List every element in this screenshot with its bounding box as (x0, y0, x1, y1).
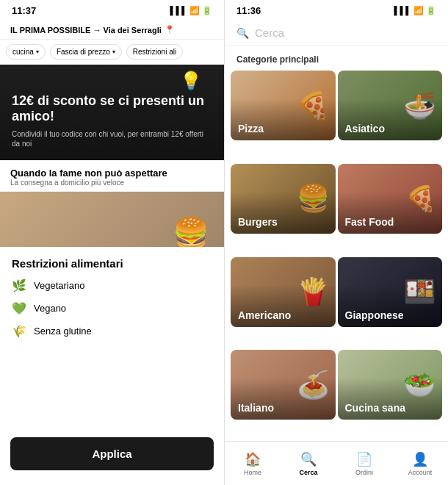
signal-icons-left: ▌▌▌ 📶 🔋 (170, 6, 212, 15)
dietary-label-vegano: Vegano (34, 303, 66, 314)
filter-cucina-label: cucina (12, 48, 34, 56)
category-card-italiano[interactable]: Italiano (231, 350, 336, 420)
category-label-americano: Americano (238, 309, 291, 321)
category-label-burgers: Burgers (238, 216, 278, 228)
filters-bar: cucina ▾ Fascia di prezzo ▾ Restrizioni … (0, 40, 224, 65)
home-icon: 🏠 (245, 451, 261, 467)
nav-item-home[interactable]: 🏠 Home (225, 451, 281, 476)
dietary-item-glutine[interactable]: 🌾 Senza glutine (12, 324, 212, 338)
search-nav-icon: 🔍 (300, 451, 317, 467)
quick-promo-subtitle: La consegna a domicilio più veloce (10, 179, 214, 187)
dietary-title: Restrizioni alimentari (12, 257, 212, 270)
promo-title: 12€ di sconto se ci presenti un amico! (12, 93, 212, 125)
search-input[interactable]: Cerca (255, 26, 284, 39)
category-card-burgers[interactable]: Burgers (231, 164, 336, 234)
signal-icon: ▌▌▌ (170, 6, 187, 15)
chevron-down-icon-2: ▾ (112, 48, 115, 55)
signal-icons-right: ▌▌▌ 📶 🔋 (394, 6, 436, 15)
quick-promo-section: Quando la fame non può aspettare La cons… (0, 160, 224, 192)
bottom-nav: 🏠 Home 🔍 Cerca 📄 Ordini 👤 Account (225, 441, 448, 485)
quick-promo-title: Quando la fame non può aspettare (10, 168, 214, 179)
status-bar-right: 11:36 ▌▌▌ 📶 🔋 (225, 0, 448, 21)
filter-restrictions-label: Restrizioni ali (133, 48, 176, 56)
category-label-asiatico: Asiatico (345, 123, 385, 134)
nav-label-account: Account (408, 469, 433, 476)
nav-label-ordini: Ordini (355, 469, 373, 476)
wheat-icon: 🌾 (12, 324, 26, 338)
dietary-label-glutine: Senza glutine (34, 326, 92, 337)
search-icon: 🔍 (236, 27, 249, 39)
dietary-item-vegano[interactable]: 💚 Vegano (12, 301, 212, 315)
apply-button[interactable]: Applica (10, 437, 214, 470)
chevron-down-icon: ▾ (36, 48, 39, 55)
promo-banner: 💡 12€ di sconto se ci presenti un amico!… (0, 65, 224, 160)
search-bar[interactable]: 🔍 Cerca (225, 21, 448, 46)
category-card-asiatico[interactable]: Asiatico (338, 71, 443, 140)
location-text: IL PRIMA POSSIBILE → Via dei Serragli (10, 26, 162, 35)
time-right: 11:36 (236, 5, 261, 16)
dietary-label-vegetariano: Vegetariano (34, 280, 84, 291)
filter-restrictions[interactable]: Restrizioni ali (126, 44, 183, 60)
status-bar-left: 11:37 ▌▌▌ 📶 🔋 (0, 0, 224, 21)
category-label-giapponese: Giapponese (345, 309, 404, 321)
left-panel: 11:37 ▌▌▌ 📶 🔋 IL PRIMA POSSIBILE → Via d… (0, 0, 224, 485)
nav-item-account[interactable]: 👤 Account (392, 451, 448, 476)
category-card-fastfood[interactable]: Fast Food (338, 164, 443, 234)
nav-item-cerca[interactable]: 🔍 Cerca (281, 451, 336, 476)
filter-price-label: Fascia di prezzo (57, 48, 110, 56)
location-bar[interactable]: IL PRIMA POSSIBILE → Via dei Serragli 📍 (0, 21, 224, 40)
nav-item-ordini[interactable]: 📄 Ordini (336, 451, 392, 476)
filter-cucina[interactable]: cucina ▾ (6, 44, 46, 60)
categories-grid: Pizza Asiatico Burgers Fast Food America… (225, 71, 448, 441)
category-label-fastfood: Fast Food (345, 216, 394, 228)
battery-icon-r: 🔋 (426, 6, 436, 15)
signal-icon-r: ▌▌▌ (394, 6, 411, 15)
category-card-giapponese[interactable]: Giapponese (338, 257, 443, 327)
battery-icon: 🔋 (202, 6, 212, 15)
promo-subtitle: Condividi il tuo codice con chi vuoi, pe… (12, 129, 212, 148)
category-label-pizza: Pizza (238, 123, 264, 134)
category-card-pizza[interactable]: Pizza (231, 71, 336, 140)
category-label-cucina: Cucina sana (345, 402, 405, 414)
filter-price[interactable]: Fascia di prezzo ▾ (50, 44, 122, 60)
leaf-icon: 🌿 (12, 279, 26, 292)
categories-label: Categorie principali (225, 46, 448, 71)
right-panel: 11:36 ▌▌▌ 📶 🔋 🔍 Cerca Categorie principa… (224, 0, 448, 485)
nav-label-cerca: Cerca (299, 469, 317, 476)
nav-label-home: Home (244, 469, 261, 476)
category-card-cucina[interactable]: Cucina sana (338, 350, 443, 420)
heart-icon: 💚 (12, 301, 26, 315)
category-card-americano[interactable]: Americano (231, 257, 336, 327)
wifi-icon: 📶 (189, 6, 200, 15)
lamp-icon: 💡 (180, 71, 202, 91)
category-label-italiano: Italiano (238, 402, 274, 414)
account-icon: 👤 (412, 451, 428, 467)
dietary-section: Restrizioni alimentari 🌿 Vegetariano 💚 V… (0, 247, 224, 437)
wifi-icon-r: 📶 (413, 6, 424, 15)
time-left: 11:37 (12, 5, 36, 16)
orders-icon: 📄 (356, 451, 372, 467)
location-pin-icon: 📍 (165, 25, 175, 35)
dietary-item-vegetariano[interactable]: 🌿 Vegetariano (12, 279, 212, 292)
food-image-strip (0, 192, 224, 247)
